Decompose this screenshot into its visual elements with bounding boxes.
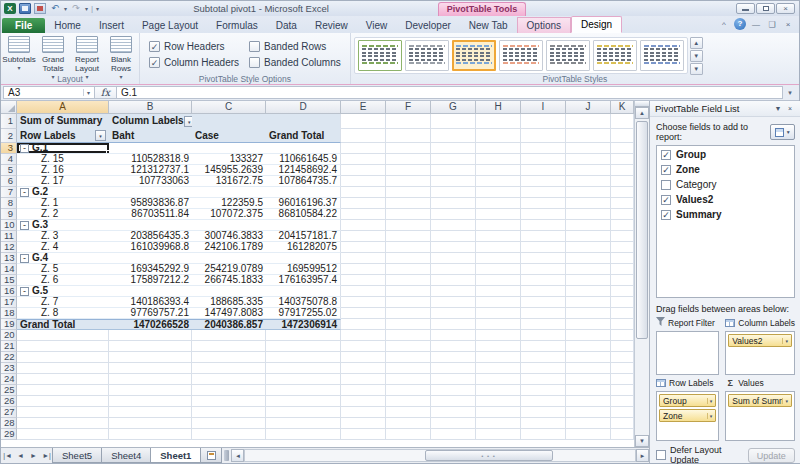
cell-empty[interactable] [266, 363, 341, 374]
row-labels-filter-icon[interactable]: ▾ [95, 130, 106, 141]
tab-file[interactable]: File [2, 18, 45, 33]
cell-empty[interactable] [476, 407, 521, 418]
cell-empty[interactable] [521, 129, 566, 143]
cell-empty[interactable] [566, 385, 611, 396]
cell-blank[interactable] [266, 286, 341, 297]
cell-empty[interactable] [566, 407, 611, 418]
cell-value[interactable]: 140186393.4 [109, 297, 192, 308]
name-box-dropdown-icon[interactable]: ▾ [83, 89, 90, 96]
cell-empty[interactable] [341, 129, 386, 143]
cell-empty[interactable] [109, 407, 192, 418]
cell-blank[interactable] [266, 114, 341, 129]
cell-value[interactable]: 204157181.7 [266, 231, 341, 242]
cell-empty[interactable] [266, 385, 341, 396]
scroll-right-icon[interactable]: ► [636, 449, 649, 462]
cell-empty[interactable] [521, 385, 566, 396]
cell-empty[interactable] [521, 209, 566, 220]
cell-value[interactable]: 86703511.84 [109, 209, 192, 220]
cell-sum-of-summary[interactable]: Sum of Summary [17, 114, 109, 129]
cell-empty[interactable] [521, 319, 566, 330]
cell-value[interactable]: 121312737.1 [109, 165, 192, 176]
cell-empty[interactable] [611, 165, 634, 176]
cell-item-z-16[interactable]: Z. 16 [17, 165, 109, 176]
row-header-26[interactable]: 26 [1, 396, 17, 407]
doc-minimize-icon[interactable]: — [750, 19, 762, 30]
collapse-ribbon-icon[interactable]: ^ [718, 19, 730, 30]
row-header-22[interactable]: 22 [1, 352, 17, 363]
cell-empty[interactable] [109, 330, 192, 341]
cell-group-g-1[interactable]: -G.1 [17, 143, 109, 154]
cell-empty[interactable] [431, 297, 476, 308]
cell-empty[interactable] [611, 209, 634, 220]
column-labels-area[interactable]: Values2▾ [725, 331, 795, 375]
cell-empty[interactable] [611, 297, 634, 308]
cell-empty[interactable] [431, 396, 476, 407]
checkbox-banded-rows[interactable]: Banded Rows [249, 41, 341, 52]
row-header-13[interactable]: 13 [1, 253, 17, 264]
cell-empty[interactable] [611, 253, 634, 264]
cell-empty[interactable] [476, 341, 521, 352]
cell-empty[interactable] [192, 385, 266, 396]
cell-empty[interactable] [17, 418, 109, 429]
column-header-H[interactable]: H [476, 101, 521, 114]
tab-insert[interactable]: Insert [90, 18, 133, 33]
cell-empty[interactable] [192, 330, 266, 341]
cell-item-z-1[interactable]: Z. 1 [17, 198, 109, 209]
cell-empty[interactable] [192, 341, 266, 352]
cell-value[interactable]: 176163957.4 [266, 275, 341, 286]
cell-empty[interactable] [341, 407, 386, 418]
tab-formulas[interactable]: Formulas [207, 18, 267, 33]
checkbox-icon[interactable]: ✓ [149, 41, 160, 52]
cell-empty[interactable] [431, 143, 476, 154]
cell-empty[interactable] [431, 363, 476, 374]
checkbox-banded-columns[interactable]: Banded Columns [249, 57, 341, 68]
cell-empty[interactable] [521, 187, 566, 198]
field-pill-sum-of-summ-[interactable]: Sum of Summ...▾ [728, 394, 792, 407]
field-checkbox-icon[interactable]: ✓ [661, 210, 671, 220]
cell-empty[interactable] [17, 341, 109, 352]
cell-empty[interactable] [521, 231, 566, 242]
checkbox-column-headers[interactable]: ✓Column Headers [149, 57, 239, 68]
cell-empty[interactable] [341, 418, 386, 429]
cell-empty[interactable] [341, 242, 386, 253]
doc-close-icon[interactable]: × [782, 19, 794, 30]
cell-empty[interactable] [109, 418, 192, 429]
pivot-style-medium-blue[interactable] [640, 40, 684, 71]
cell-item-z-15[interactable]: Z. 15 [17, 154, 109, 165]
cell-empty[interactable] [476, 308, 521, 319]
cell-empty[interactable] [109, 363, 192, 374]
row-header-17[interactable]: 17 [1, 297, 17, 308]
cell-empty[interactable] [386, 418, 431, 429]
cell-empty[interactable] [192, 352, 266, 363]
cell-empty[interactable] [566, 275, 611, 286]
cell-empty[interactable] [386, 286, 431, 297]
collapse-icon[interactable]: - [20, 287, 29, 296]
cell-empty[interactable] [386, 220, 431, 231]
cell-empty[interactable] [611, 374, 634, 385]
cell-empty[interactable] [431, 165, 476, 176]
cell-empty[interactable] [476, 220, 521, 231]
cell-group-g-4[interactable]: -G.4 [17, 253, 109, 264]
cell-empty[interactable] [521, 286, 566, 297]
cell-empty[interactable] [431, 275, 476, 286]
cell-blank[interactable] [192, 143, 266, 154]
cell-empty[interactable] [431, 286, 476, 297]
column-header-I[interactable]: I [521, 101, 566, 114]
cell-empty[interactable] [341, 363, 386, 374]
cell-empty[interactable] [17, 352, 109, 363]
cell-empty[interactable] [611, 242, 634, 253]
cell-empty[interactable] [521, 308, 566, 319]
row-header-23[interactable]: 23 [1, 363, 17, 374]
cell-empty[interactable] [17, 374, 109, 385]
cell-empty[interactable] [431, 220, 476, 231]
cell-empty[interactable] [386, 275, 431, 286]
cell-empty[interactable] [341, 275, 386, 286]
cell-empty[interactable] [266, 407, 341, 418]
cell-empty[interactable] [611, 418, 634, 429]
row-header-8[interactable]: 8 [1, 198, 17, 209]
row-header-21[interactable]: 21 [1, 341, 17, 352]
cell-empty[interactable] [521, 242, 566, 253]
cell-empty[interactable] [386, 129, 431, 143]
pane-close-icon[interactable]: × [784, 105, 796, 112]
cell-empty[interactable] [192, 418, 266, 429]
